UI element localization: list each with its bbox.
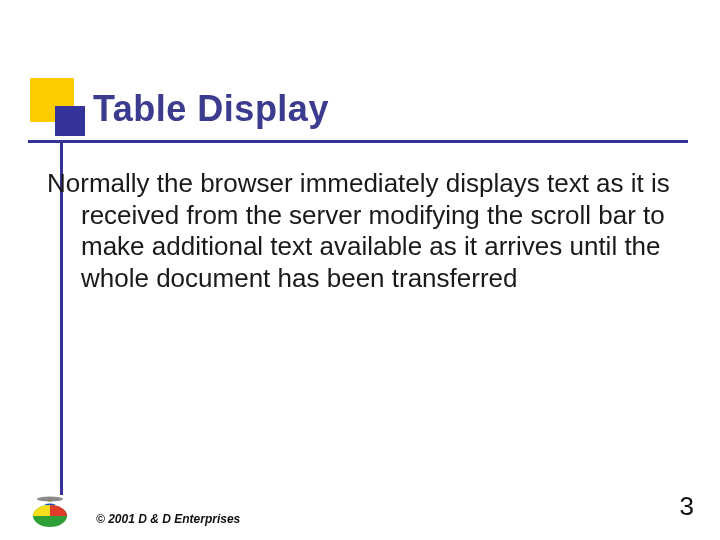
svg-point-2: [37, 497, 63, 502]
body-paragraph: Normally the browser immediately display…: [47, 168, 701, 295]
page-number: 3: [680, 491, 694, 522]
copyright-text: © 2001 D & D Enterprises: [96, 512, 240, 526]
decorative-square-blue: [55, 106, 85, 136]
decorative-horizontal-rule: [28, 140, 688, 143]
slide: Table Display Normally the browser immed…: [0, 0, 720, 540]
propeller-cap-icon: [30, 486, 86, 528]
page-title: Table Display: [93, 88, 329, 130]
